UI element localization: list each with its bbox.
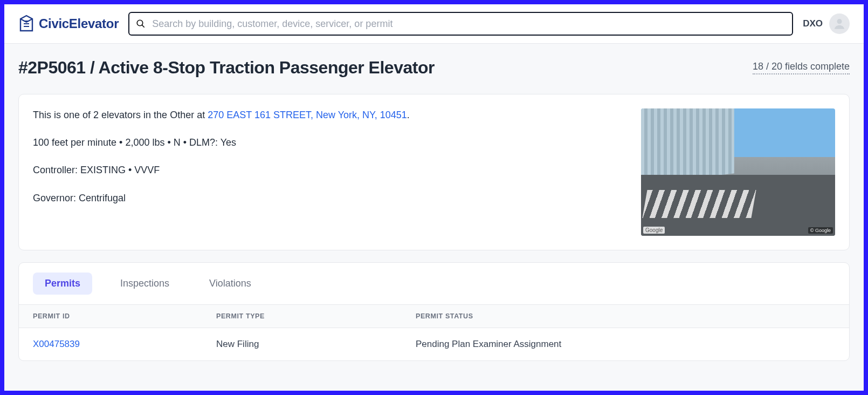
- streetview-image[interactable]: Google © Google: [641, 108, 835, 236]
- col-header-permit-status: PERMIT STATUS: [416, 312, 835, 320]
- summary-intro-prefix: This is one of 2 elevators in the Other …: [33, 110, 208, 120]
- user-menu[interactable]: DXO: [803, 13, 850, 34]
- device-summary-card: This is one of 2 elevators in the Other …: [18, 94, 850, 250]
- search-container: [128, 12, 793, 36]
- page-title: #2P5061 / Active 8-Stop Traction Passeng…: [18, 58, 435, 78]
- fields-complete-indicator[interactable]: 18 / 20 fields complete: [753, 61, 850, 74]
- tab-violations[interactable]: Violations: [197, 273, 263, 295]
- search-input[interactable]: [128, 12, 793, 36]
- summary-intro: This is one of 2 elevators in the Other …: [33, 108, 627, 122]
- table-row: X00475839 New Filing Pending Plan Examin…: [19, 328, 849, 360]
- streetview-provider: Google: [643, 227, 665, 234]
- user-initials: DXO: [803, 18, 823, 29]
- summary-controller: Controller: EXISTING • VVVF: [33, 164, 627, 177]
- col-header-permit-type: PERMIT TYPE: [216, 312, 416, 320]
- tabs-row: Permits Inspections Violations: [19, 263, 849, 304]
- tab-permits[interactable]: Permits: [33, 273, 92, 295]
- address-link[interactable]: 270 EAST 161 STREET, New York, NY, 10451: [208, 110, 407, 120]
- details-card: Permits Inspections Violations PERMIT ID…: [18, 262, 850, 361]
- top-bar: CivicElevator DXO: [4, 4, 864, 44]
- summary-specs: 100 feet per minute • 2,000 lbs • N • DL…: [33, 136, 627, 149]
- search-icon: [136, 19, 146, 29]
- brand-logo[interactable]: CivicElevator: [18, 15, 119, 33]
- brand-name: CivicElevator: [39, 16, 119, 31]
- col-header-permit-id: PERMIT ID: [33, 312, 216, 320]
- svg-point-2: [837, 19, 842, 24]
- summary-governor: Governor: Centrifugal: [33, 192, 627, 205]
- building-icon: [18, 15, 35, 33]
- permits-table-header: PERMIT ID PERMIT TYPE PERMIT STATUS: [19, 304, 849, 328]
- summary-intro-suffix: .: [407, 110, 410, 120]
- tab-inspections[interactable]: Inspections: [108, 273, 181, 295]
- avatar: [829, 13, 850, 34]
- svg-point-0: [137, 20, 143, 26]
- device-summary-text: This is one of 2 elevators in the Other …: [33, 108, 627, 205]
- page-header: #2P5061 / Active 8-Stop Traction Passeng…: [4, 44, 864, 94]
- permit-type-cell: New Filing: [216, 339, 416, 350]
- permit-status-cell: Pending Plan Examiner Assignment: [416, 339, 835, 350]
- streetview-copyright: © Google: [808, 227, 833, 234]
- permit-id-link[interactable]: X00475839: [33, 339, 80, 349]
- svg-line-1: [142, 25, 144, 27]
